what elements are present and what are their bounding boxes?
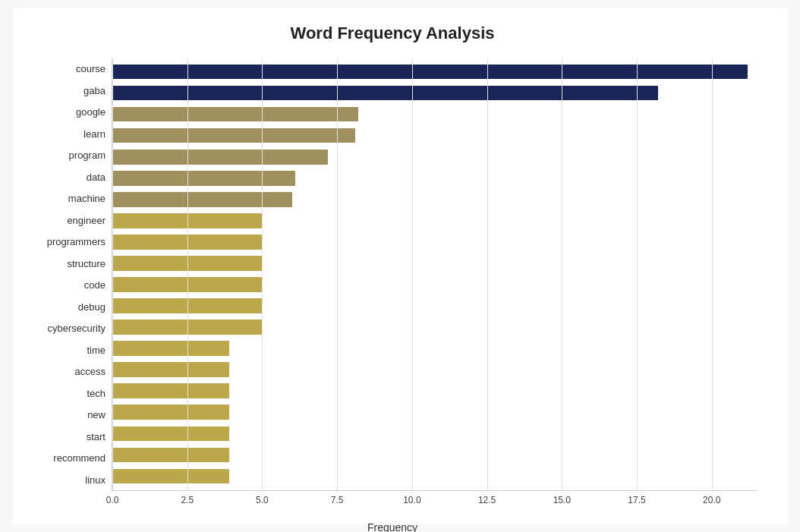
bar-row [112, 359, 757, 380]
grid-line [487, 58, 488, 490]
grid-line [712, 58, 713, 490]
y-label: time [87, 345, 106, 355]
bar [112, 192, 292, 207]
y-label: program [69, 150, 106, 160]
bar [112, 107, 358, 122]
bar-row [112, 83, 757, 104]
bar-row [112, 210, 757, 231]
grid-line [262, 58, 263, 490]
bar-row [112, 444, 757, 465]
y-label: course [76, 64, 106, 74]
y-label: recommend [53, 453, 106, 463]
x-tick-label: 20.0 [703, 495, 720, 505]
y-label: cybersecurity [47, 323, 106, 333]
y-label: start [87, 432, 106, 442]
bar [112, 128, 355, 143]
grid-line [187, 58, 188, 490]
bar-row [112, 423, 757, 444]
y-label: structure [67, 259, 106, 269]
y-label: debug [78, 302, 106, 312]
bar [112, 362, 229, 377]
bar-row [112, 295, 757, 316]
bar-row [112, 104, 757, 125]
y-label: google [76, 107, 106, 117]
grid-line [562, 58, 562, 490]
bar-row [112, 465, 757, 486]
bar [112, 171, 295, 186]
x-tick-label: 0.0 [106, 495, 119, 505]
bar [112, 341, 229, 356]
bar [112, 448, 229, 463]
bar-row [112, 189, 757, 210]
bar-row [112, 146, 757, 168]
x-axis-title: Frequency [28, 521, 757, 533]
y-label: linux [85, 475, 106, 485]
grid-line [412, 58, 413, 490]
y-label: gaba [83, 86, 106, 96]
bar-row [112, 231, 757, 253]
y-label: new [87, 410, 106, 420]
y-label: access [75, 367, 106, 376]
grid-line [637, 58, 638, 490]
y-label: code [84, 280, 106, 290]
bar-row [112, 338, 757, 359]
x-tick-label: 2.5 [181, 495, 194, 505]
y-label: learn [83, 129, 106, 139]
y-label: machine [68, 194, 106, 203]
x-tick-label: 7.5 [331, 495, 344, 505]
bar-row [112, 168, 757, 189]
bar [112, 150, 328, 165]
chart-container: Word Frequency Analysis coursegabagoogle… [13, 8, 787, 524]
bar [112, 86, 658, 101]
bar-row [112, 401, 757, 423]
y-axis-labels: coursegabagooglelearnprogramdatamachinee… [28, 58, 112, 491]
bar-row [112, 253, 757, 274]
x-tick-label: 5.0 [256, 495, 269, 505]
bar [112, 469, 229, 484]
x-tick-label: 12.5 [478, 495, 496, 505]
grid-line [112, 58, 113, 490]
bar [112, 427, 229, 442]
bar-row [112, 316, 757, 338]
bar [112, 405, 229, 420]
bars-area: 0.02.55.07.510.012.515.017.520.0 [112, 58, 757, 491]
grid-line [337, 58, 338, 490]
y-label: tech [87, 389, 106, 398]
y-label: engineer [67, 216, 106, 225]
bar [112, 65, 748, 80]
y-label: data [87, 172, 106, 182]
y-label: programmers [47, 237, 106, 247]
chart-title: Word Frequency Analysis [28, 24, 757, 43]
bar-row [112, 380, 757, 401]
bar-row [112, 61, 757, 83]
x-tick-label: 15.0 [553, 495, 571, 505]
bar-row [112, 274, 757, 295]
bar [112, 383, 229, 398]
chart-bottom: Frequency [28, 521, 757, 533]
bar-row [112, 125, 757, 146]
x-tick-label: 17.5 [628, 495, 645, 505]
x-tick-label: 10.0 [403, 495, 420, 505]
